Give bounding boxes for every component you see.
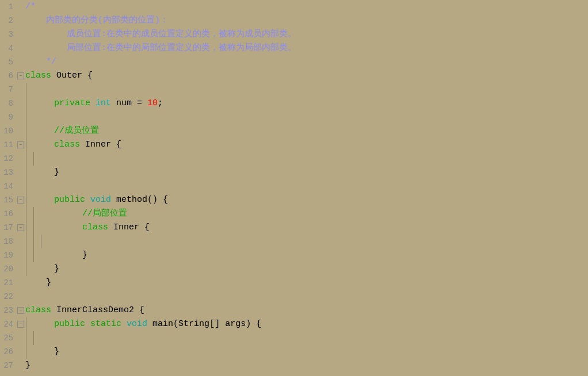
line-content: class Outer { xyxy=(25,69,588,83)
fold-button[interactable]: − xyxy=(17,224,24,231)
indent-guide xyxy=(41,235,41,248)
code-line: 6−class Outer { xyxy=(0,69,588,83)
line-content: */ xyxy=(25,55,588,69)
indent-guide xyxy=(26,124,26,138)
line-number: 12 xyxy=(0,152,16,166)
line-number: 22 xyxy=(0,290,16,304)
indent-guide xyxy=(26,221,26,235)
indent-guide xyxy=(33,248,34,262)
line-content: } xyxy=(33,262,588,276)
code-line: 22 xyxy=(0,290,588,304)
indent-guide xyxy=(26,110,26,124)
code-line: 9 xyxy=(0,110,588,124)
line-content xyxy=(48,235,588,248)
code-line: 24− public static void main(String[] arg… xyxy=(0,317,588,331)
line-content: private int num = 10; xyxy=(33,97,588,110)
line-number: 25 xyxy=(0,331,16,345)
line-content xyxy=(41,331,588,345)
code-line: 1/* xyxy=(0,0,588,14)
indent-guide xyxy=(26,97,26,110)
indent-guide xyxy=(26,317,26,331)
code-line: 11− class Inner { xyxy=(0,138,588,152)
line-number: 20 xyxy=(0,262,16,276)
code-line: 17− class Inner { xyxy=(0,221,588,235)
line-content xyxy=(41,152,588,166)
line-content: public static void main(String[] args) { xyxy=(33,317,588,331)
indent-guide xyxy=(26,331,26,345)
fold-button[interactable]: − xyxy=(17,72,24,79)
code-line: 10 //成员位置 xyxy=(0,124,588,138)
line-number: 2 xyxy=(0,14,16,28)
line-content: } xyxy=(33,166,588,179)
line-content: //成员位置 xyxy=(33,124,588,138)
code-line: 26 } xyxy=(0,345,588,359)
line-content: public void method() { xyxy=(33,193,588,207)
indent-guide xyxy=(26,179,26,193)
line-content xyxy=(25,290,588,304)
line-content: } xyxy=(41,248,588,262)
line-content: } xyxy=(25,359,588,373)
code-line: 20 } xyxy=(0,262,588,276)
line-number: 23 xyxy=(0,304,16,317)
line-content xyxy=(33,179,588,193)
code-line: 12 xyxy=(0,152,588,166)
line-number: 5 xyxy=(0,55,16,69)
line-number: 11 xyxy=(0,138,16,152)
line-number: 27 xyxy=(0,359,16,373)
code-line: 23−class InnerClassDemo2 { xyxy=(0,304,588,317)
code-line: 4 局部位置:在类中的局部位置定义的类，被称为局部内部类。 xyxy=(0,41,588,55)
code-line: 19 } xyxy=(0,248,588,262)
line-content: class Inner { xyxy=(33,138,588,152)
line-content: 内部类的分类(内部类的位置)： xyxy=(25,14,588,28)
indent-guide xyxy=(33,152,34,166)
indent-guide xyxy=(26,83,26,97)
indent-guide xyxy=(26,207,26,221)
fold-button[interactable]: − xyxy=(17,141,24,148)
line-number: 7 xyxy=(0,83,16,97)
line-number: 1 xyxy=(0,0,16,14)
code-line: 15− public void method() { xyxy=(0,193,588,207)
line-number: 18 xyxy=(0,235,16,248)
indent-guide xyxy=(33,221,34,235)
line-number: 15 xyxy=(0,193,16,207)
line-number: 9 xyxy=(0,110,16,124)
code-line: 3 成员位置:在类中的成员位置定义的类，被称为成员内部类。 xyxy=(0,28,588,41)
line-number: 8 xyxy=(0,97,16,110)
line-number: 6 xyxy=(0,69,16,83)
line-number: 19 xyxy=(0,248,16,262)
line-content: class InnerClassDemo2 { xyxy=(25,304,588,317)
fold-button[interactable]: − xyxy=(17,307,24,314)
indent-guide xyxy=(26,262,26,276)
indent-guide xyxy=(33,207,34,221)
code-line: 18 xyxy=(0,235,588,248)
line-content xyxy=(33,110,588,124)
line-number: 26 xyxy=(0,345,16,359)
line-content: //局部位置 xyxy=(41,207,588,221)
line-number: 16 xyxy=(0,207,16,221)
code-line: 25 xyxy=(0,331,588,345)
indent-guide xyxy=(26,248,26,262)
line-number: 13 xyxy=(0,166,16,179)
code-line: 21 } xyxy=(0,276,588,290)
line-content: 成员位置:在类中的成员位置定义的类，被称为成员内部类。 xyxy=(25,28,588,41)
line-content: } xyxy=(33,345,588,359)
code-line: 27} xyxy=(0,359,588,373)
code-line: 16 //局部位置 xyxy=(0,207,588,221)
code-line: 14 xyxy=(0,179,588,193)
code-line: 7 xyxy=(0,83,588,97)
code-line: 2 内部类的分类(内部类的位置)： xyxy=(0,14,588,28)
fold-button[interactable]: − xyxy=(17,197,24,204)
line-number: 21 xyxy=(0,276,16,290)
line-content: 局部位置:在类中的局部位置定义的类，被称为局部内部类。 xyxy=(25,41,588,55)
code-line: 5 */ xyxy=(0,55,588,69)
indent-guide xyxy=(26,166,26,179)
code-editor: 1/*2 内部类的分类(内部类的位置)：3 成员位置:在类中的成员位置定义的类，… xyxy=(0,0,588,376)
line-content: } xyxy=(25,276,588,290)
line-number: 14 xyxy=(0,179,16,193)
line-number: 3 xyxy=(0,28,16,41)
line-number: 17 xyxy=(0,221,16,235)
line-number: 24 xyxy=(0,317,16,331)
indent-guide xyxy=(26,345,26,359)
fold-button[interactable]: − xyxy=(17,321,24,328)
line-content xyxy=(33,83,588,97)
